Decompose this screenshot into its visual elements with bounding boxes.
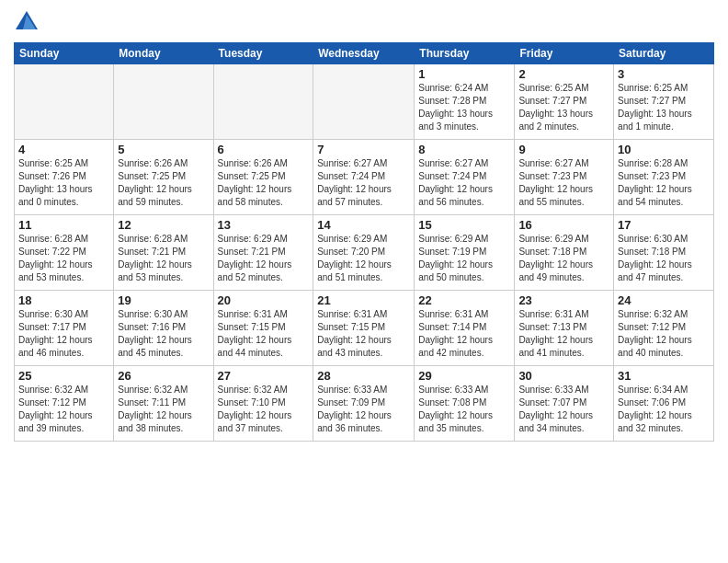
- day-number: 27: [218, 369, 310, 383]
- calendar-week-3: 11Sunrise: 6:28 AM Sunset: 7:22 PM Dayli…: [15, 215, 714, 291]
- day-number: 6: [218, 143, 310, 156]
- day-number: 7: [317, 143, 410, 156]
- calendar-cell: 2Sunrise: 6:25 AM Sunset: 7:27 PM Daylig…: [515, 64, 614, 140]
- day-number: 29: [418, 369, 510, 383]
- day-number: 9: [518, 143, 609, 156]
- calendar-cell: [15, 64, 114, 140]
- day-info: Sunrise: 6:24 AM Sunset: 7:28 PM Dayligh…: [418, 82, 510, 133]
- day-info: Sunrise: 6:28 AM Sunset: 7:22 PM Dayligh…: [18, 233, 109, 284]
- day-info: Sunrise: 6:26 AM Sunset: 7:25 PM Dayligh…: [218, 157, 310, 209]
- calendar-cell: 13Sunrise: 6:29 AM Sunset: 7:21 PM Dayli…: [213, 215, 313, 291]
- day-info: Sunrise: 6:31 AM Sunset: 7:15 PM Dayligh…: [218, 308, 310, 360]
- day-number: 22: [418, 293, 510, 307]
- calendar-header-saturday: Saturday: [614, 43, 714, 64]
- calendar-header-row: SundayMondayTuesdayWednesdayThursdayFrid…: [15, 43, 714, 64]
- calendar-cell: 28Sunrise: 6:33 AM Sunset: 7:09 PM Dayli…: [313, 366, 415, 442]
- day-info: Sunrise: 6:30 AM Sunset: 7:18 PM Dayligh…: [618, 233, 710, 284]
- calendar-cell: 17Sunrise: 6:30 AM Sunset: 7:18 PM Dayli…: [614, 215, 714, 291]
- day-number: 5: [118, 143, 209, 156]
- day-info: Sunrise: 6:29 AM Sunset: 7:18 PM Dayligh…: [518, 233, 609, 284]
- calendar-cell: 31Sunrise: 6:34 AM Sunset: 7:06 PM Dayli…: [614, 366, 714, 442]
- calendar-cell: [313, 64, 415, 140]
- calendar-cell: 11Sunrise: 6:28 AM Sunset: 7:22 PM Dayli…: [15, 215, 114, 291]
- calendar-cell: 18Sunrise: 6:30 AM Sunset: 7:17 PM Dayli…: [15, 291, 114, 366]
- calendar-cell: 6Sunrise: 6:26 AM Sunset: 7:25 PM Daylig…: [213, 140, 313, 215]
- calendar-cell: 8Sunrise: 6:27 AM Sunset: 7:24 PM Daylig…: [415, 140, 515, 215]
- calendar-header-sunday: Sunday: [15, 43, 114, 64]
- day-number: 31: [618, 369, 710, 383]
- calendar-cell: 23Sunrise: 6:31 AM Sunset: 7:13 PM Dayli…: [515, 291, 614, 366]
- calendar-week-2: 4Sunrise: 6:25 AM Sunset: 7:26 PM Daylig…: [15, 140, 714, 215]
- calendar-cell: 29Sunrise: 6:33 AM Sunset: 7:08 PM Dayli…: [415, 366, 515, 442]
- day-info: Sunrise: 6:26 AM Sunset: 7:25 PM Dayligh…: [118, 157, 209, 209]
- calendar-cell: [213, 64, 313, 140]
- day-info: Sunrise: 6:30 AM Sunset: 7:16 PM Dayligh…: [118, 308, 209, 360]
- day-number: 17: [618, 218, 710, 232]
- page: SundayMondayTuesdayWednesdayThursdayFrid…: [0, 0, 728, 563]
- calendar-cell: 9Sunrise: 6:27 AM Sunset: 7:23 PM Daylig…: [515, 140, 614, 215]
- day-number: 26: [118, 369, 209, 383]
- day-number: 1: [418, 67, 510, 81]
- day-number: 12: [118, 218, 209, 232]
- day-info: Sunrise: 6:25 AM Sunset: 7:27 PM Dayligh…: [518, 82, 609, 133]
- day-info: Sunrise: 6:32 AM Sunset: 7:12 PM Dayligh…: [618, 308, 710, 360]
- day-info: Sunrise: 6:25 AM Sunset: 7:27 PM Dayligh…: [618, 82, 710, 133]
- calendar-cell: 16Sunrise: 6:29 AM Sunset: 7:18 PM Dayli…: [515, 215, 614, 291]
- calendar-cell: 12Sunrise: 6:28 AM Sunset: 7:21 PM Dayli…: [114, 215, 213, 291]
- day-number: 3: [618, 67, 710, 81]
- calendar-week-5: 25Sunrise: 6:32 AM Sunset: 7:12 PM Dayli…: [15, 366, 714, 442]
- day-number: 13: [218, 218, 310, 232]
- calendar-cell: 15Sunrise: 6:29 AM Sunset: 7:19 PM Dayli…: [415, 215, 515, 291]
- day-info: Sunrise: 6:29 AM Sunset: 7:19 PM Dayligh…: [418, 233, 510, 284]
- day-number: 30: [518, 369, 609, 383]
- day-info: Sunrise: 6:31 AM Sunset: 7:14 PM Dayligh…: [418, 308, 510, 360]
- calendar-header-tuesday: Tuesday: [213, 43, 313, 64]
- calendar-cell: 20Sunrise: 6:31 AM Sunset: 7:15 PM Dayli…: [213, 291, 313, 366]
- day-info: Sunrise: 6:29 AM Sunset: 7:21 PM Dayligh…: [218, 233, 310, 284]
- day-info: Sunrise: 6:27 AM Sunset: 7:24 PM Dayligh…: [418, 157, 510, 209]
- day-number: 14: [317, 218, 410, 232]
- day-number: 24: [618, 293, 710, 307]
- day-info: Sunrise: 6:32 AM Sunset: 7:12 PM Dayligh…: [18, 384, 109, 435]
- day-number: 16: [518, 218, 609, 232]
- calendar-cell: [114, 64, 213, 140]
- calendar-cell: 30Sunrise: 6:33 AM Sunset: 7:07 PM Dayli…: [515, 366, 614, 442]
- day-number: 21: [317, 293, 410, 307]
- calendar-cell: 10Sunrise: 6:28 AM Sunset: 7:23 PM Dayli…: [614, 140, 714, 215]
- header: [14, 9, 714, 35]
- day-info: Sunrise: 6:25 AM Sunset: 7:26 PM Dayligh…: [18, 157, 109, 209]
- day-info: Sunrise: 6:27 AM Sunset: 7:23 PM Dayligh…: [518, 157, 609, 209]
- day-info: Sunrise: 6:30 AM Sunset: 7:17 PM Dayligh…: [18, 308, 109, 360]
- calendar-week-4: 18Sunrise: 6:30 AM Sunset: 7:17 PM Dayli…: [15, 291, 714, 366]
- calendar-cell: 24Sunrise: 6:32 AM Sunset: 7:12 PM Dayli…: [614, 291, 714, 366]
- day-info: Sunrise: 6:34 AM Sunset: 7:06 PM Dayligh…: [618, 384, 710, 435]
- day-info: Sunrise: 6:33 AM Sunset: 7:07 PM Dayligh…: [518, 384, 609, 435]
- day-number: 11: [18, 218, 109, 232]
- logo: [14, 9, 43, 35]
- calendar-cell: 21Sunrise: 6:31 AM Sunset: 7:15 PM Dayli…: [313, 291, 415, 366]
- day-info: Sunrise: 6:29 AM Sunset: 7:20 PM Dayligh…: [317, 233, 410, 284]
- calendar-week-1: 1Sunrise: 6:24 AM Sunset: 7:28 PM Daylig…: [15, 64, 714, 140]
- day-number: 18: [18, 293, 109, 307]
- day-info: Sunrise: 6:31 AM Sunset: 7:15 PM Dayligh…: [317, 308, 410, 360]
- day-number: 19: [118, 293, 209, 307]
- day-info: Sunrise: 6:27 AM Sunset: 7:24 PM Dayligh…: [317, 157, 410, 209]
- day-number: 10: [618, 143, 710, 156]
- day-info: Sunrise: 6:28 AM Sunset: 7:23 PM Dayligh…: [618, 157, 710, 209]
- day-info: Sunrise: 6:32 AM Sunset: 7:11 PM Dayligh…: [118, 384, 209, 435]
- day-number: 4: [18, 143, 109, 156]
- calendar-cell: 4Sunrise: 6:25 AM Sunset: 7:26 PM Daylig…: [15, 140, 114, 215]
- day-info: Sunrise: 6:28 AM Sunset: 7:21 PM Dayligh…: [118, 233, 209, 284]
- day-info: Sunrise: 6:31 AM Sunset: 7:13 PM Dayligh…: [518, 308, 609, 360]
- day-number: 25: [18, 369, 109, 383]
- day-info: Sunrise: 6:33 AM Sunset: 7:08 PM Dayligh…: [418, 384, 510, 435]
- calendar-cell: 19Sunrise: 6:30 AM Sunset: 7:16 PM Dayli…: [114, 291, 213, 366]
- calendar-cell: 1Sunrise: 6:24 AM Sunset: 7:28 PM Daylig…: [415, 64, 515, 140]
- day-number: 15: [418, 218, 510, 232]
- calendar-header-friday: Friday: [515, 43, 614, 64]
- day-number: 23: [518, 293, 609, 307]
- calendar-cell: 5Sunrise: 6:26 AM Sunset: 7:25 PM Daylig…: [114, 140, 213, 215]
- calendar-cell: 22Sunrise: 6:31 AM Sunset: 7:14 PM Dayli…: [415, 291, 515, 366]
- day-number: 8: [418, 143, 510, 156]
- logo-icon: [14, 9, 40, 35]
